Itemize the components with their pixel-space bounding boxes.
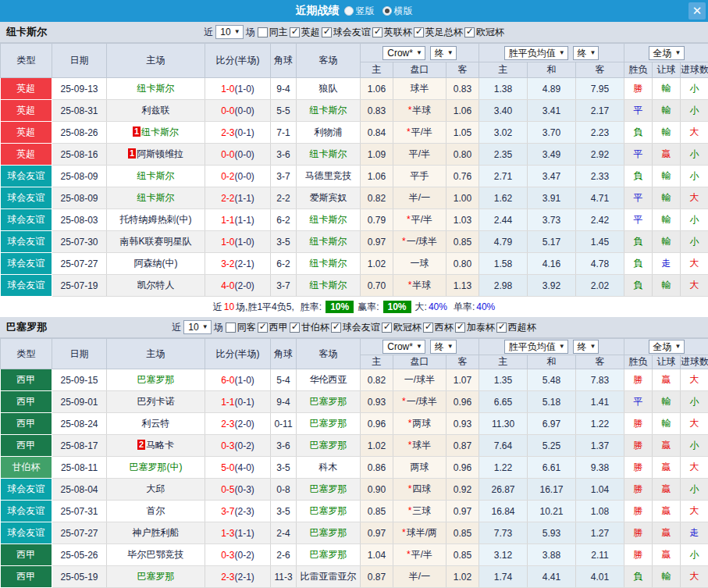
chevron-down-icon: ▼ — [202, 322, 208, 333]
filter-check-item[interactable]: 球会友谊 — [322, 26, 371, 39]
scope-select[interactable]: 全场▼ — [649, 340, 685, 354]
filter-check-item[interactable]: 欧冠杯 — [382, 321, 422, 334]
corner-cell: 0-8 — [271, 479, 297, 501]
result-handicap-cell: 輸 — [653, 78, 681, 100]
result-goals-cell: 大 — [681, 413, 708, 435]
handicap-home-odds-cell: 1.09 — [361, 144, 393, 166]
checkbox-unchecked-icon[interactable] — [226, 323, 236, 333]
away-team-cell: 纽卡斯尔 — [297, 253, 361, 275]
odds-source-select[interactable]: Crow*▼ — [382, 340, 425, 354]
handicap-away-odds-cell: 0.76 — [447, 166, 479, 187]
corner-cell: 5-5 — [271, 100, 297, 122]
away-team-cell: 巴塞罗那 — [297, 501, 361, 522]
filter-check-item[interactable]: 西杯 — [423, 321, 454, 334]
away-team-cell: 纽卡斯尔 — [297, 209, 361, 231]
score-cell: 0-0(0-0) — [205, 100, 271, 122]
away-team-cell: 纽卡斯尔 — [297, 231, 361, 253]
home-team-name: 利兹联 — [142, 105, 170, 116]
filter-check-item[interactable]: 西超杯 — [496, 321, 536, 334]
checkbox-checked-icon[interactable] — [382, 323, 392, 333]
checkbox-checked-icon[interactable] — [290, 323, 300, 333]
home-team-cell: 大邱 — [107, 479, 205, 501]
final-avg-select[interactable]: 终▼ — [573, 46, 599, 60]
handicap-home-odds-cell: 1.02 — [361, 253, 393, 275]
checkbox-checked-icon[interactable] — [496, 323, 507, 333]
live-odds-star-icon: * — [402, 236, 406, 247]
filter-check-item[interactable]: 同主 — [258, 26, 288, 39]
corner-cell: 5-4 — [271, 369, 297, 391]
checkbox-checked-icon[interactable] — [423, 323, 433, 333]
filter-check-item[interactable]: 西甲 — [258, 321, 288, 334]
handicap-line-text: 半/一 — [409, 192, 430, 203]
final-odds-select[interactable]: 终▼ — [430, 340, 457, 354]
final-avg-select[interactable]: 终▼ — [573, 340, 599, 354]
match-type-cell: 球会友谊 — [1, 166, 52, 187]
avg-home-odds-cell: 26.87 — [479, 479, 528, 501]
single-label: 单率: — [454, 301, 475, 314]
filter-check-item[interactable]: 欧冠杯 — [464, 26, 504, 39]
away-team-name: 爱斯宾奴 — [310, 192, 347, 203]
checkbox-checked-icon[interactable] — [455, 323, 465, 333]
handicap-line-cell: *两球 — [393, 413, 447, 435]
home-team-cell: 凯尔特人 — [107, 275, 205, 297]
final-odds-select[interactable]: 终▼ — [430, 46, 457, 60]
filter-check-item[interactable]: 英联杯 — [372, 26, 412, 39]
checkbox-checked-icon[interactable] — [258, 323, 268, 333]
radio-label: 横版 — [394, 5, 413, 18]
match-row: 球会友谊25-07-30南韩K联赛明星队1-0(1-0)3-5纽卡斯尔0.97*… — [1, 231, 708, 253]
avg-away-odds-cell: 4.71 — [576, 187, 624, 209]
match-row: 球会友谊25-08-04大邱0-5(0-3)0-8巴塞罗那0.90*四球0.92… — [1, 479, 708, 501]
odds-source-select[interactable]: Crow*▼ — [382, 46, 425, 60]
filter-check-item[interactable]: 甘伯杯 — [290, 321, 329, 334]
checkbox-checked-icon[interactable] — [464, 27, 475, 37]
avg-away-odds-cell: 2.11 — [576, 544, 624, 566]
full-time-score: 2-3 — [221, 572, 234, 583]
half-time-score: (0-1) — [235, 397, 254, 408]
match-row: 西甲25-05-19巴塞罗那2-3(2-1)11-3比雷亚雷亚尔0.87半/一1… — [1, 566, 708, 588]
corner-cell: 2-2 — [271, 187, 297, 209]
match-type-cell: 球会友谊 — [1, 187, 52, 209]
handicap-home-odds-cell: 1.06 — [361, 78, 393, 100]
corner-cell: 7-1 — [271, 122, 297, 144]
result-goals-cell: 小 — [681, 166, 708, 187]
filter-check-item[interactable]: 英超 — [290, 26, 320, 39]
red-card-badge: 1 — [128, 148, 136, 159]
avg-odds-select[interactable]: 胜平负均值▼ — [504, 46, 568, 60]
home-team-cell: 毕尔巴鄂竞技 — [107, 544, 205, 566]
red-card-badge: 2 — [137, 440, 145, 450]
away-team-name: 科木 — [319, 461, 338, 472]
checkbox-unchecked-icon[interactable] — [258, 27, 268, 37]
filter-check-item[interactable]: 同客 — [226, 321, 256, 334]
away-team-name: 比雷亚雷亚尔 — [301, 571, 357, 582]
match-type-cell: 球会友谊 — [1, 479, 52, 501]
match-row: 球会友谊25-08-03托特纳姆热刺(中)1-1(1-1)6-2纽卡斯尔0.79… — [1, 209, 708, 231]
checkbox-checked-icon[interactable] — [322, 27, 332, 37]
games-count-select[interactable]: 10▼ — [183, 320, 211, 334]
result-wdl-cell: 負 — [624, 566, 653, 588]
filter-check-item[interactable]: 加泰杯 — [455, 321, 495, 334]
result-wdl-cell: 平 — [624, 100, 653, 122]
half-time-score: (2-1) — [235, 572, 254, 583]
handicap-home-odds-cell: 0.82 — [361, 369, 393, 391]
result-wdl-cell: 勝 — [624, 457, 653, 479]
sub-header-hcap-home: 主 — [361, 355, 393, 369]
checkbox-checked-icon[interactable] — [414, 27, 424, 37]
checkbox-checked-icon[interactable] — [372, 27, 382, 37]
filter-check-item[interactable]: 英足总杯 — [414, 26, 463, 39]
close-button[interactable]: ✕ — [688, 2, 706, 20]
filter-check-item[interactable]: 球会友谊 — [331, 321, 380, 334]
handicap-line-text: 平/半 — [411, 549, 432, 560]
away-team-cell: 巴塞罗那 — [297, 544, 361, 566]
layout-radio-checked[interactable]: 横版 — [382, 5, 413, 18]
full-time-score: 3-7 — [221, 506, 234, 517]
layout-radio-option[interactable]: 竖版 — [344, 5, 375, 18]
checkbox-checked-icon[interactable] — [290, 27, 300, 37]
handicap-line-cell: 半/一 — [393, 187, 447, 209]
scope-select[interactable]: 全场▼ — [649, 46, 685, 60]
away-team-name: 纽卡斯尔 — [310, 105, 347, 116]
score-cell: 2-2(1-1) — [205, 187, 271, 209]
handicap-line-text: 半/一 — [409, 571, 430, 582]
games-count-select[interactable]: 10▼ — [215, 25, 243, 39]
avg-odds-select[interactable]: 胜平负均值▼ — [504, 340, 568, 354]
checkbox-checked-icon[interactable] — [331, 323, 341, 333]
